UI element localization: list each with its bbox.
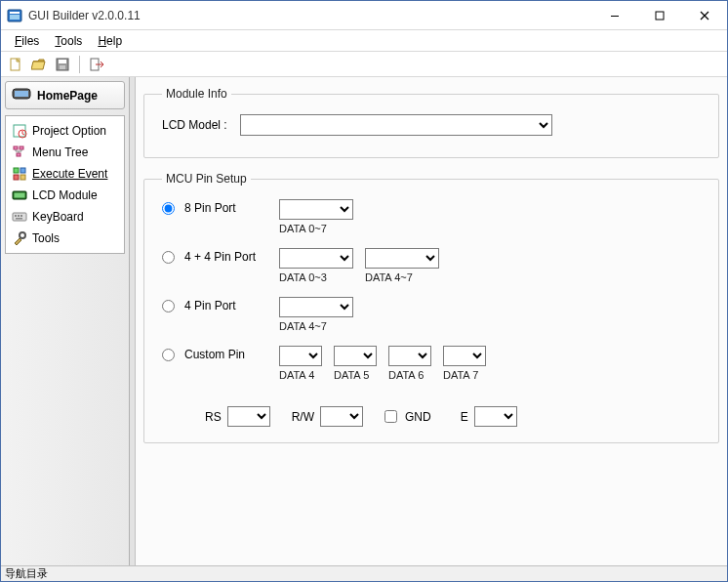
custom-d7-select[interactable] <box>443 346 486 366</box>
open-button[interactable] <box>28 54 50 75</box>
svg-rect-11 <box>15 91 28 97</box>
svg-rect-2 <box>10 15 20 20</box>
svg-rect-19 <box>14 175 19 180</box>
e-group: E <box>461 406 517 427</box>
radio-8pin[interactable]: 8 Pin Port <box>162 199 279 215</box>
radio-8pin-input[interactable] <box>162 202 175 215</box>
lcd-model-select[interactable] <box>240 114 552 136</box>
svg-rect-4 <box>656 12 664 20</box>
main-panel: Module Info LCD Model : MCU Pin Setup 8 … <box>136 77 727 565</box>
mcu-pin-legend: MCU Pin Setup <box>162 172 251 186</box>
tools-icon <box>12 230 27 246</box>
sidebar-item-lcd-module[interactable]: LCD Module <box>8 185 122 206</box>
rw-select[interactable] <box>320 406 363 427</box>
keyboard-icon <box>12 209 27 225</box>
gnd-checkbox[interactable] <box>384 410 397 423</box>
window-title: GUI Builder v2.0.0.11 <box>28 9 592 22</box>
e-label: E <box>461 410 468 424</box>
svg-rect-18 <box>20 168 25 173</box>
mcu-pin-group: MCU Pin Setup 8 Pin Port DATA 0~7 <box>143 172 719 443</box>
sidebar-item-execute-event[interactable]: Execute Event <box>8 163 122 185</box>
radio-4plus4[interactable]: 4 + 4 Pin Port <box>162 248 279 264</box>
svg-rect-3 <box>611 16 619 17</box>
rw-label: R/W <box>292 410 314 424</box>
sidebar-tree: Project Option Menu Tree Execute Event <box>5 115 125 254</box>
radio-custom[interactable]: Custom Pin <box>162 346 279 361</box>
sidebar-item-keyboard[interactable]: KeyBoard <box>8 206 122 228</box>
radio-8pin-label: 8 Pin Port <box>184 201 236 215</box>
maximize-button[interactable] <box>637 1 682 30</box>
toolbar-divider <box>79 56 80 73</box>
radio-4pin-label: 4 Pin Port <box>184 299 236 312</box>
save-button[interactable] <box>52 54 73 75</box>
svg-rect-26 <box>20 215 22 217</box>
lcd-module-icon <box>12 187 27 203</box>
sidebar-item-label: Execute Event <box>32 167 107 181</box>
svg-rect-25 <box>18 215 20 217</box>
svg-rect-7 <box>59 60 66 63</box>
sidebar-item-label: Menu Tree <box>32 146 88 159</box>
home-card[interactable]: HomePage <box>5 81 125 109</box>
gnd-label: GND <box>405 410 431 424</box>
fourfour-cap1: DATA 4~7 <box>365 271 413 283</box>
rs-group: RS <box>205 406 270 427</box>
fourfour-select-b[interactable] <box>365 248 439 269</box>
svg-rect-27 <box>16 218 22 220</box>
radio-4plus4-label: 4 + 4 Pin Port <box>184 250 256 264</box>
custom-d5-select[interactable] <box>334 346 377 366</box>
menu-bar: Files Tools Help <box>1 30 727 52</box>
radio-4pin[interactable]: 4 Pin Port <box>162 297 279 312</box>
app-icon <box>7 8 22 23</box>
radio-4plus4-input[interactable] <box>162 251 175 264</box>
menu-tools[interactable]: Tools <box>49 32 88 50</box>
custom-d4-select[interactable] <box>279 346 322 366</box>
minimize-button[interactable] <box>592 1 637 30</box>
radio-4pin-input[interactable] <box>162 300 175 312</box>
new-button[interactable] <box>5 54 26 75</box>
eight-port-select[interactable] <box>279 199 353 220</box>
title-bar: GUI Builder v2.0.0.11 <box>1 1 727 30</box>
body: HomePage Project Option Menu Tree <box>1 77 727 565</box>
custom-cap2: DATA 6 <box>388 369 424 381</box>
custom-cap1: DATA 5 <box>334 369 369 381</box>
e-select[interactable] <box>474 406 517 427</box>
exit-button[interactable] <box>86 54 107 75</box>
gnd-group: GND <box>384 410 431 424</box>
fourfour-cap0: DATA 0~3 <box>279 271 327 283</box>
menu-help[interactable]: Help <box>92 32 128 50</box>
status-bar: 导航目录 <box>1 565 727 581</box>
project-option-icon <box>12 123 27 139</box>
svg-rect-17 <box>14 168 19 173</box>
window-controls <box>592 1 727 30</box>
sidebar-item-label: Project Option <box>32 124 106 138</box>
lcd-model-label: LCD Model : <box>162 118 240 132</box>
menu-files[interactable]: Files <box>9 32 45 50</box>
svg-rect-20 <box>20 175 25 180</box>
radio-custom-input[interactable] <box>162 349 175 361</box>
module-info-group: Module Info LCD Model : <box>143 87 719 158</box>
four-cap0: DATA 4~7 <box>279 320 327 332</box>
close-button[interactable] <box>682 1 727 30</box>
svg-rect-16 <box>17 153 20 156</box>
custom-cap3: DATA 7 <box>443 369 478 381</box>
sidebar-item-menu-tree[interactable]: Menu Tree <box>8 142 122 163</box>
custom-d6-select[interactable] <box>388 346 431 366</box>
radio-custom-label: Custom Pin <box>184 348 245 361</box>
eight-cap0: DATA 0~7 <box>279 223 327 234</box>
four-select[interactable] <box>279 297 353 317</box>
sidebar-item-label: KeyBoard <box>32 210 84 224</box>
sidebar-item-label: LCD Module <box>32 188 98 202</box>
svg-rect-24 <box>15 215 17 217</box>
home-label: HomePage <box>37 89 98 103</box>
sidebar-item-tools[interactable]: Tools <box>8 228 122 249</box>
app-window: GUI Builder v2.0.0.11 Files Tools Help <box>0 0 728 582</box>
sidebar-item-project-option[interactable]: Project Option <box>8 120 122 142</box>
svg-rect-22 <box>15 193 25 198</box>
fourfour-select-a[interactable] <box>279 248 353 269</box>
menu-tree-icon <box>12 145 27 160</box>
rw-group: R/W <box>292 406 363 427</box>
toolbar <box>1 52 727 77</box>
sidebar-item-label: Tools <box>32 231 60 245</box>
sidebar: HomePage Project Option Menu Tree <box>1 77 130 565</box>
rs-select[interactable] <box>227 406 270 427</box>
